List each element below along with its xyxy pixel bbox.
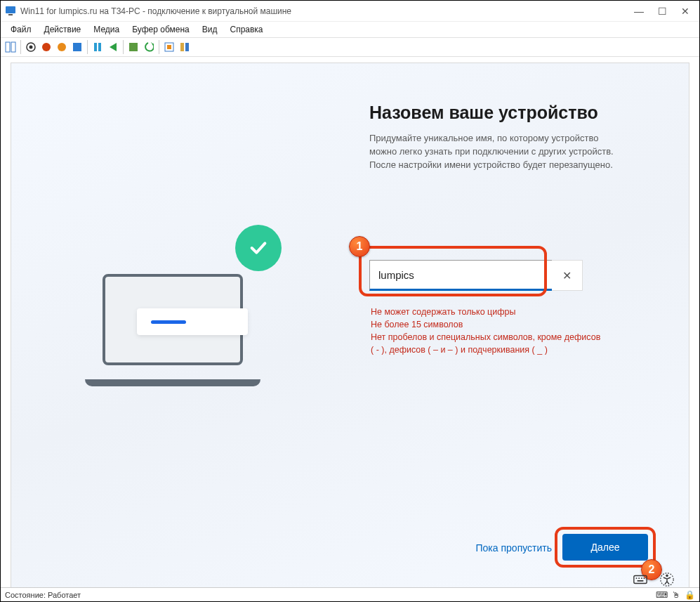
reset-icon[interactable] [106, 40, 120, 54]
svg-rect-0 [6, 6, 15, 13]
next-button[interactable]: Далее [562, 534, 648, 561]
clear-input-button[interactable]: ✕ [552, 260, 583, 291]
cad-icon[interactable] [4, 40, 18, 54]
shutdown-icon[interactable] [55, 40, 69, 54]
device-name-input-wrap[interactable] [369, 260, 580, 291]
svg-point-5 [29, 46, 33, 49]
svg-point-23 [666, 575, 668, 577]
revert-icon[interactable] [142, 40, 156, 54]
device-name-input[interactable] [378, 269, 571, 281]
menu-file[interactable]: Файл [5, 23, 37, 36]
pause-icon[interactable] [91, 40, 105, 54]
svg-rect-15 [185, 43, 189, 51]
close-button[interactable]: ✕ [681, 6, 689, 17]
maximize-button[interactable]: ☐ [658, 6, 667, 17]
keyboard-icon[interactable] [633, 572, 648, 587]
svg-rect-16 [634, 576, 647, 584]
accessibility-icon[interactable] [659, 572, 675, 587]
svg-rect-14 [180, 43, 184, 51]
svg-rect-9 [94, 43, 97, 51]
skip-button[interactable]: Пока пропустить [476, 542, 552, 554]
status-lock-icon: 🔒 [685, 590, 695, 600]
svg-rect-10 [98, 43, 101, 51]
toolbar [1, 37, 699, 57]
menu-action[interactable]: Действие [39, 23, 87, 36]
menubar: Файл Действие Медиа Буфер обмена Вид Спр… [1, 22, 699, 37]
app-icon [5, 6, 16, 17]
page-heading: Назовем ваше устройство [369, 103, 598, 123]
svg-rect-3 [11, 42, 15, 52]
oobe-screen: Назовем ваше устройство Придумайте уника… [11, 63, 689, 594]
callout-1-badge: 1 [349, 236, 370, 257]
menu-view[interactable]: Вид [197, 23, 223, 36]
menu-media[interactable]: Медиа [88, 23, 125, 36]
page-description: Придумайте уникальное имя, по которому у… [369, 132, 622, 172]
svg-rect-8 [73, 43, 81, 51]
share-icon[interactable] [178, 40, 192, 54]
minimize-button[interactable]: — [634, 6, 644, 17]
validation-line-1: Не может содержать только цифры [371, 306, 602, 318]
window-title: Win11 for lumpics.ru на T34-PC - подключ… [20, 6, 634, 16]
save-icon[interactable] [70, 40, 84, 54]
validation-rules: Не может содержать только цифры Не более… [371, 306, 602, 357]
turnoff-icon[interactable] [39, 40, 53, 54]
status-mouse-icon: 🖱 [672, 590, 680, 600]
validation-line-2: Не более 15 символов [371, 318, 602, 331]
device-illustration [85, 246, 268, 386]
svg-rect-1 [8, 14, 13, 15]
statusbar: Состояние: Работает ⌨ 🖱 🔒 [1, 587, 699, 601]
svg-point-7 [58, 43, 66, 51]
enhanced-icon[interactable] [162, 40, 176, 54]
checkpoint-icon[interactable] [126, 40, 140, 54]
menu-clipboard[interactable]: Буфер обмена [126, 23, 195, 36]
svg-rect-11 [129, 43, 138, 51]
validation-line-3: Нет пробелов и специальных символов, кро… [371, 331, 602, 356]
svg-point-6 [42, 43, 51, 51]
vm-display: Назовем ваше устройство Придумайте уника… [11, 63, 689, 595]
start-icon[interactable] [24, 40, 38, 54]
svg-rect-13 [167, 45, 171, 49]
svg-rect-2 [6, 42, 10, 52]
status-text: Состояние: Работает [5, 591, 81, 599]
titlebar: Win11 for lumpics.ru на T34-PC - подключ… [1, 1, 699, 22]
menu-help[interactable]: Справка [224, 23, 268, 36]
checkmark-icon [235, 225, 282, 271]
status-keyboard-icon: ⌨ [656, 590, 668, 600]
